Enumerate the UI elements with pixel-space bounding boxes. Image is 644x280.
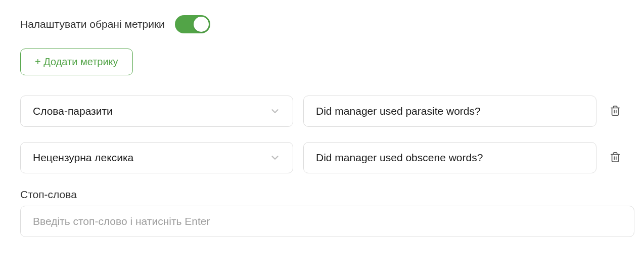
- metric-row: Слова-паразити: [20, 96, 624, 127]
- configure-metrics-header: Налаштувати обрані метрики: [20, 15, 624, 33]
- chevron-down-icon: [269, 152, 281, 163]
- metric-question-input[interactable]: [303, 142, 596, 173]
- delete-metric-button[interactable]: [607, 149, 624, 167]
- trash-icon: [610, 152, 621, 163]
- trash-icon: [610, 105, 621, 116]
- metric-question-input[interactable]: [303, 96, 596, 127]
- stopwords-label: Стоп-слова: [20, 189, 624, 201]
- configure-metrics-toggle[interactable]: [175, 15, 210, 33]
- metric-select[interactable]: Слова-паразити: [20, 96, 293, 127]
- add-metric-label: + Додати метрику: [35, 56, 118, 68]
- metric-select[interactable]: Нецензурна лексика: [20, 142, 293, 173]
- metric-select-value: Нецензурна лексика: [33, 152, 133, 164]
- chevron-down-icon: [269, 106, 281, 117]
- stopwords-input[interactable]: [20, 206, 634, 237]
- metric-select-value: Слова-паразити: [33, 105, 113, 117]
- add-metric-button[interactable]: + Додати метрику: [20, 49, 133, 75]
- delete-metric-button[interactable]: [607, 102, 624, 121]
- toggle-knob: [194, 17, 209, 32]
- configure-metrics-label: Налаштувати обрані метрики: [20, 18, 165, 30]
- metric-row: Нецензурна лексика: [20, 142, 624, 173]
